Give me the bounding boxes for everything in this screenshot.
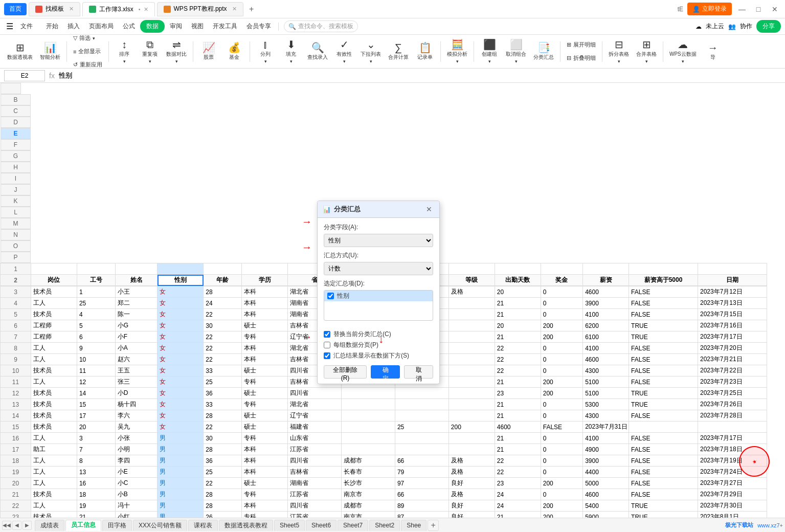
cell-22-12[interactable]: 5400 <box>583 500 629 512</box>
toolbar-validate[interactable]: ✓ 有效性 ▾ <box>332 37 356 66</box>
cell-20-10[interactable]: 23 <box>495 478 541 489</box>
tab-template-close[interactable]: ✕ <box>69 6 74 12</box>
toolbar-fund[interactable]: 💰 基金 <box>222 37 246 66</box>
cell-3-12[interactable]: 4600 <box>583 286 629 298</box>
cell-15-12[interactable]: 2023年7月31日 <box>583 422 629 433</box>
col-header-o[interactable]: O <box>1 240 31 252</box>
toolbar-fill[interactable]: ⬇ 填充 ▾ <box>279 37 303 66</box>
dialog-check-below-input[interactable] <box>324 352 330 359</box>
col-header-d[interactable]: D <box>1 117 31 128</box>
cell-6-2[interactable]: 小G <box>115 320 157 331</box>
cell-14-2[interactable]: 李六 <box>115 410 157 422</box>
cell-22-3[interactable]: 男 <box>158 500 204 512</box>
cell-19-1[interactable]: 13 <box>77 467 115 478</box>
cell-20-5[interactable]: 硕士 <box>242 478 288 489</box>
cell-16-0[interactable]: 工人 <box>31 433 77 444</box>
toolbar-create-group[interactable]: ⬛ 创建组 ▾ <box>477 37 502 66</box>
cell-22-4[interactable]: 28 <box>204 500 242 512</box>
cell-d1[interactable] <box>115 263 157 275</box>
cell-8-10[interactable]: 22 <box>495 343 541 354</box>
cell-11-2[interactable]: 张三 <box>115 376 157 388</box>
menu-formula[interactable]: 公式 <box>119 20 139 33</box>
cell-19-13[interactable]: FALSE <box>629 467 698 478</box>
cell-4-5[interactable]: 本科 <box>242 298 288 309</box>
menu-start[interactable]: 开始 <box>42 20 62 33</box>
toolbar-wps-cloud[interactable]: ☁ WPS云数据 ▾ <box>666 37 700 66</box>
col-header-m[interactable]: M <box>1 218 31 229</box>
tab-ppt-close[interactable]: ✕ <box>232 6 237 12</box>
cell-11-3[interactable]: 女 <box>158 376 204 388</box>
sheet-tab-sheet7[interactable]: Sheet7 <box>338 520 368 531</box>
toolbar-lookup[interactable]: 🔍 查找录入 <box>304 37 331 66</box>
cell-9-9[interactable] <box>448 354 495 365</box>
cell-14-10[interactable]: 21 <box>495 410 541 422</box>
cell-14-5[interactable]: 硕士 <box>242 410 288 422</box>
cell-8-4[interactable]: 22 <box>204 343 242 354</box>
cell-22-8[interactable]: 89 <box>395 500 448 512</box>
cell-7-13[interactable]: TRUE <box>629 331 698 343</box>
sheet-tab-sheet6[interactable]: Sheet6 <box>306 520 337 531</box>
cell-8-14[interactable]: 2023年7月20日 <box>698 343 767 354</box>
cell-22-7[interactable]: 成都市 <box>342 500 395 512</box>
toolbar-filter[interactable]: ▽ 筛选 ▾ <box>70 35 105 45</box>
header-gender[interactable]: 性别 <box>158 275 204 286</box>
cell-3-1[interactable]: 1 <box>77 286 115 298</box>
cell-10-11[interactable]: 0 <box>541 365 582 376</box>
cell-8-12[interactable]: 4100 <box>583 343 629 354</box>
subtotal-dialog[interactable]: 📊 分类汇总 ✕ 分类字段(A): 性别 汇总方式(U): <box>317 201 440 384</box>
cell-21-6[interactable]: 江苏省 <box>288 489 342 500</box>
menu-view[interactable]: 视图 <box>187 20 208 33</box>
cell-20-14[interactable]: 2023年7月27日 <box>698 478 767 489</box>
cell-19-6[interactable]: 吉林省 <box>288 467 342 478</box>
cell-23-14[interactable]: 2023年8月1日 <box>698 512 767 518</box>
cell-15-10[interactable]: 4600 <box>495 422 541 433</box>
hamburger-icon[interactable]: ☰ <box>4 21 15 31</box>
maximize-button[interactable]: □ <box>752 3 765 15</box>
cell-7-2[interactable]: 小F <box>115 331 157 343</box>
cell-13-7[interactable] <box>342 399 395 410</box>
cell-c1[interactable] <box>77 263 115 275</box>
toolbar-export[interactable]: → 导 <box>701 37 725 66</box>
cell-18-13[interactable]: FALSE <box>629 455 698 467</box>
cell-10-12[interactable]: 4300 <box>583 365 629 376</box>
cell-6-3[interactable]: 女 <box>158 320 204 331</box>
cell-20-11[interactable]: 200 <box>541 478 582 489</box>
cell-6-12[interactable]: 6200 <box>583 320 629 331</box>
cell-4-3[interactable]: 女 <box>158 298 204 309</box>
cell-16-7[interactable] <box>342 433 395 444</box>
cell-5-11[interactable]: 0 <box>541 309 582 320</box>
cell-5-2[interactable]: 陈一 <box>115 309 157 320</box>
cell-5-14[interactable]: 2023年7月15日 <box>698 309 767 320</box>
cell-23-1[interactable]: 21 <box>77 512 115 518</box>
cell-22-9[interactable]: 良好 <box>448 500 495 512</box>
cell-6-4[interactable]: 30 <box>204 320 242 331</box>
cell-23-9[interactable]: 良好 <box>448 512 495 518</box>
cell-7-12[interactable]: 6100 <box>583 331 629 343</box>
cell-21-7[interactable]: 南京市 <box>342 489 395 500</box>
formula-input[interactable] <box>59 72 781 79</box>
cell-15-5[interactable]: 硕士 <box>242 422 288 433</box>
sheet-tab-employees[interactable]: 员工信息 <box>65 520 101 531</box>
menu-vip[interactable]: 会员专享 <box>242 20 275 33</box>
cell-17-11[interactable]: 0 <box>541 444 582 455</box>
cell-14-7[interactable] <box>342 410 395 422</box>
minimize-button[interactable]: — <box>736 3 748 15</box>
close-button[interactable]: ✕ <box>769 3 781 15</box>
cell-11-5[interactable]: 专科 <box>242 376 288 388</box>
cell-7-10[interactable]: 21 <box>495 331 541 343</box>
tab-ppt[interactable]: WPS PPT教程.pptx ✕ <box>157 2 243 16</box>
cell-14-13[interactable]: FALSE <box>629 410 698 422</box>
cell-10-4[interactable]: 33 <box>204 365 242 376</box>
cell-20-4[interactable]: 22 <box>204 478 242 489</box>
cell-21-14[interactable]: 2023年7月29日 <box>698 489 767 500</box>
cell-23-7[interactable]: 南京市 <box>342 512 395 518</box>
cell-12-2[interactable]: 小D <box>115 388 157 399</box>
cell-20-8[interactable]: 97 <box>395 478 448 489</box>
toolbar-smart-analysis[interactable]: 📊 智能分析 <box>37 37 63 66</box>
cell-15-7[interactable] <box>342 422 395 433</box>
cell-g1[interactable] <box>242 263 288 275</box>
cell-15-3[interactable]: 女 <box>158 422 204 433</box>
cell-23-6[interactable]: 江苏省 <box>288 512 342 518</box>
cell-16-8[interactable] <box>395 433 448 444</box>
add-tab-button[interactable]: + <box>245 3 258 15</box>
